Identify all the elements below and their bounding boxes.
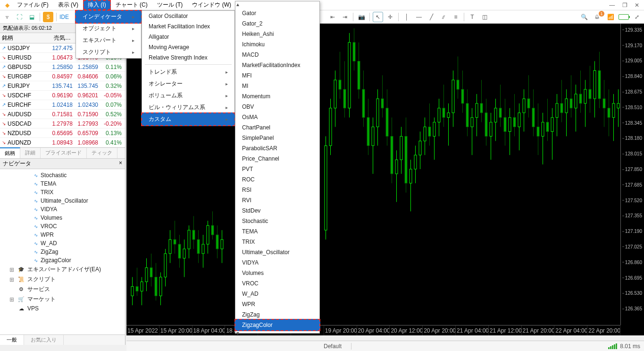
custom-item-marketfacilitationindex[interactable]: MarketFacilitationIndex [235,60,319,70]
custom-item-wpr[interactable]: WPR [235,299,319,309]
shift-left-icon[interactable]: ⇤ [327,12,338,22]
dropdown-icon[interactable]: ▿ [2,12,12,22]
custom-item-vidya[interactable]: VIDYA [235,257,319,268]
menu-window[interactable]: ウインドウ (W) [187,0,236,10]
custom-item-zigzag[interactable]: ZigZag [235,309,319,320]
menu-mfi[interactable]: Market Facilitation Index [142,21,234,32]
chart-line-icon[interactable]: ⛶ [14,12,25,22]
close-icon[interactable]: ✕ [632,1,642,9]
nav-indicator-item[interactable]: ∿Stochastic [1,171,124,180]
trendline-icon[interactable]: ╱ [426,12,436,22]
menu-file[interactable]: ファイル (F) [12,0,53,10]
nav-indicator-item[interactable]: ∿ZigzagColor [1,256,124,265]
market-watch-row[interactable]: ↘USDCAD 1.27978 1.27993 -0.20% [0,119,125,128]
custom-item-ichimoku[interactable]: Ichimoku [235,39,319,50]
chart-area-icon[interactable]: ⬓ [26,12,37,22]
custom-item-gator_2[interactable]: Gator_2 [235,18,319,29]
custom-item-mfi[interactable]: MFI [235,70,319,81]
custom-item-macd[interactable]: MACD [235,50,319,60]
close-panel-icon[interactable]: × [119,160,122,168]
menu-chart[interactable]: チャート (C) [111,0,152,10]
custom-item-chartpanel[interactable]: ChartPanel [235,122,319,133]
tab-priceboard[interactable]: プライスボード [41,148,87,158]
scroll-down-icon[interactable]: ▼ [235,330,319,337]
tab-symbols[interactable]: 銘柄 [0,147,20,158]
market-watch-row[interactable]: ↗EURCHF 1.02418 1.02430 0.07% [0,100,125,110]
fibo-icon[interactable]: ≡ [451,12,461,22]
custom-item-ultimate_oscillator[interactable]: Ultimate_Oscillator [235,247,319,257]
menu-tools[interactable]: ツール (T) [152,0,188,10]
dollar-icon[interactable]: $ [43,12,53,22]
custom-item-tema[interactable]: TEMA [235,226,319,237]
custom-item-parabolicsar[interactable]: ParabolicSAR [235,143,319,154]
custom-item-heiken_ashi[interactable]: Heiken_Ashi [235,29,319,39]
custom-item-stochastic[interactable]: Stochastic [235,216,319,226]
custom-item-momentum[interactable]: Momentum [235,91,319,102]
custom-item-price_channel[interactable]: Price_Channel [235,154,319,164]
custom-item-simplepanel[interactable]: SimplePanel [235,133,319,143]
vline-icon[interactable]: │ [401,12,412,22]
col-symbol[interactable]: 銘柄 [0,33,47,43]
menu-oscillator[interactable]: オシレーター▸ [142,78,234,90]
custom-item-stddev[interactable]: StdDev [235,205,319,216]
menu-alligator[interactable]: Alligator [142,32,234,42]
menu-volume[interactable]: ボリューム系▸ [142,90,234,102]
alerts-icon[interactable]: 🕭1 [592,12,602,22]
hline-icon[interactable]: — [414,12,424,22]
nav-indicator-item[interactable]: ∿TEMA [1,180,124,188]
menu-object[interactable]: オブジェクト▸ [76,23,141,34]
menu-indicator[interactable]: インディケータ▸ [75,10,142,24]
custom-item-w_ad[interactable]: W_AD [235,289,319,299]
menu-rsi[interactable]: Relative Strength Index [142,52,234,63]
nav-indicator-item[interactable]: ∿W_AD [1,239,124,248]
menu-bill-williams[interactable]: ビル・ウィリアムス系▸ [142,102,234,113]
nav-indicator-item[interactable]: ∿VIDYA [1,205,124,214]
menu-moving-average[interactable]: Moving Average [142,42,234,52]
custom-item-zigzagcolor[interactable]: ZigzagColor [234,319,320,331]
nav-indicator-item[interactable]: ∿Volumes [1,214,124,222]
camera-icon[interactable]: 📷 [356,12,367,22]
minimize-icon[interactable]: — [606,1,618,9]
tab-details[interactable]: 詳細 [20,148,41,158]
wifi-icon[interactable]: 📶 [605,12,616,22]
text-icon[interactable]: T [467,12,477,22]
custom-item-pvt[interactable]: PVT [235,164,319,174]
search-icon[interactable]: 🔍 [579,12,589,22]
nav-root-item[interactable]: ⚙サービス [1,284,124,294]
custom-item-osma[interactable]: OsMA [235,112,319,122]
market-watch-row[interactable]: ↘AUDNZD 1.08943 1.08968 0.41% [0,138,125,147]
custom-item-volumes[interactable]: Volumes [235,268,319,278]
market-watch-row[interactable]: ↗EURJPY 135.741 135.745 0.32% [0,81,125,91]
objects-icon[interactable]: ◫ [479,12,490,22]
cursor-icon[interactable]: ↖ [373,12,383,22]
custom-item-rsi[interactable]: RSI [235,185,319,195]
menu-gator-oscillator[interactable]: Gator Oscillator [142,11,234,21]
menu-custom[interactable]: カスタム▸ [141,112,235,126]
tab-general[interactable]: 一般 [0,335,24,345]
expand-icon[interactable]: ⤢ [632,12,642,22]
market-watch-row[interactable]: ↘USDCHF 0.96190 0.96201 -0.05% [0,91,125,100]
channel-icon[interactable]: ⫽ [438,12,449,22]
tab-tick[interactable]: ティック [87,148,117,158]
menu-view[interactable]: 表示 (V) [53,0,83,10]
menu-script[interactable]: スクリプト▸ [76,46,141,58]
market-watch-row[interactable]: ↘AUDUSD 0.71581 0.71590 0.52% [0,110,125,119]
market-watch-row[interactable]: ↘NZDUSD 0.65695 0.65709 0.13% [0,128,125,138]
custom-item-roc[interactable]: ROC [235,174,319,185]
custom-item-vroc[interactable]: VROC [235,278,319,289]
menu-expert[interactable]: エキスパート▸ [76,34,141,46]
custom-item-obv[interactable]: OBV [235,102,319,112]
tab-favorites[interactable]: お気に入り [24,335,64,345]
col-bid[interactable]: 売気… [47,33,73,43]
nav-root-item[interactable]: ⊞🎓エキスパートアドバイザ(EA) [1,265,124,274]
nav-indicator-item[interactable]: ∿Ultimate_Oscillator [1,197,124,205]
nav-indicator-item[interactable]: ∿VROC [1,222,124,231]
custom-item-trix[interactable]: TRIX [235,237,319,247]
scroll-up-icon[interactable]: ▲ [235,1,319,8]
nav-indicator-item[interactable]: ∿ZigZag [1,248,124,256]
custom-item-gator[interactable]: Gator [235,8,319,18]
nav-indicator-item[interactable]: ∿TRIX [1,188,124,197]
nav-root-item[interactable]: ⊞📜スクリプト [1,274,124,284]
custom-item-mi[interactable]: MI [235,81,319,91]
nav-root-item[interactable]: ☁VPS [1,304,124,313]
